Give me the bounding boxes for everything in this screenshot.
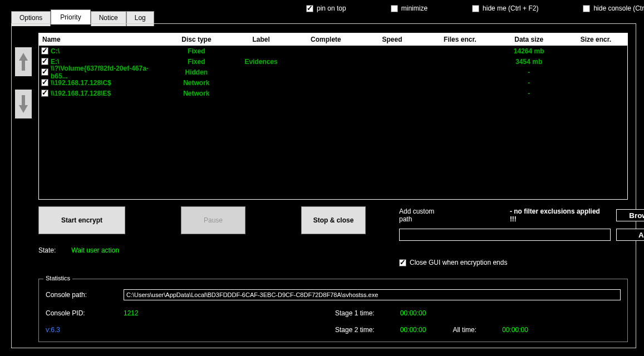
version-label: v:6.3 [46, 326, 324, 334]
hide-console-option[interactable]: hide console (Ctrl + F1) [583, 4, 644, 12]
row-checkbox[interactable] [41, 47, 48, 55]
stage1-label: Stage 1 time: [335, 309, 375, 317]
drive-name: \\192.168.17.128\C$ [51, 79, 111, 87]
close-gui-label: Close GUI when encryption ends [410, 259, 507, 266]
header-speed[interactable]: Speed [358, 36, 426, 43]
main-panel: Name Disc type Label Complete Speed File… [11, 23, 636, 348]
state-row: State: Wait user action [38, 246, 366, 254]
hide-me-checkbox[interactable] [472, 5, 479, 12]
filter-warning: - no filter exclusions applied !!! [510, 207, 603, 223]
table-header: Name Disc type Label Complete Speed File… [39, 33, 627, 46]
disc-type: Hidden [164, 68, 228, 76]
console-pid-value: 1212 [124, 309, 324, 317]
table-row[interactable]: C:\Fixed14264 mb [39, 46, 627, 56]
statistics-group: Statistics Console path: Console PID: 12… [38, 279, 628, 342]
disc-type: Fixed [164, 58, 228, 66]
data-size: - [494, 79, 564, 87]
console-path-label: Console path: [46, 291, 112, 299]
svg-marker-1 [19, 95, 28, 113]
pause-button[interactable]: Pause [181, 206, 245, 234]
hide-me-label: hide me (Ctrl + F2) [483, 4, 538, 12]
pin-label: pin on top [317, 4, 346, 12]
console-path-field[interactable] [124, 289, 621, 300]
stage2-value: 00:00:00 [400, 326, 426, 334]
header-data-size[interactable]: Data size [494, 36, 564, 43]
all-time-label: All time: [453, 326, 476, 334]
state-value: Wait user action [71, 246, 119, 254]
row-checkbox[interactable] [41, 58, 48, 65]
left-controls: Start encrypt Pause Stop & close State: … [38, 206, 366, 266]
hide-console-label: hide console (Ctrl + F1) [593, 4, 644, 12]
arrow-up-icon [18, 52, 28, 72]
row-checkbox[interactable] [41, 68, 48, 76]
row-checkbox[interactable] [41, 90, 48, 97]
stage1-value: 00:00:00 [400, 309, 426, 317]
row-checkbox[interactable] [41, 79, 48, 86]
minimize-label: minimize [401, 4, 427, 12]
header-disc-type[interactable]: Disc type [164, 36, 228, 43]
table-row[interactable]: \\?\Volume{637f82fd-20ef-467a-b65...Hidd… [39, 67, 627, 77]
arrow-down-icon [18, 94, 28, 114]
minimize-checkbox[interactable] [391, 5, 398, 12]
move-down-button[interactable] [15, 90, 32, 118]
drive-name: \\192.168.17.128\E$ [51, 90, 111, 97]
close-gui-checkbox[interactable] [399, 259, 406, 266]
state-label: State: [38, 246, 56, 254]
table-row[interactable]: \\192.168.17.128\E$Network- [39, 88, 627, 98]
data-size: - [494, 68, 564, 76]
controls-row: Start encrypt Pause Stop & close State: … [38, 206, 628, 266]
drive-label: Evidences [229, 58, 294, 66]
disc-type: Fixed [164, 47, 228, 55]
drive-name: C:\ [51, 47, 60, 55]
hide-console-checkbox[interactable] [583, 5, 590, 12]
pin-on-top-option[interactable]: pin on top [306, 4, 346, 12]
header-files-encr[interactable]: Files encr. [426, 36, 494, 43]
header-name[interactable]: Name [39, 36, 164, 43]
drive-name: \\?\Volume{637f82fd-20ef-467a-b65... [51, 65, 164, 80]
add-custom-path-label: Add custom path [399, 207, 446, 223]
data-size: 3454 mb [494, 58, 564, 66]
statistics-legend: Statistics [43, 275, 72, 281]
header-label[interactable]: Label [229, 36, 294, 43]
pin-checkbox[interactable] [306, 5, 313, 12]
table-body: C:\Fixed14264 mbE:\FixedEvidences3454 mb… [39, 46, 627, 98]
disc-type: Network [164, 79, 228, 87]
stage2-label: Stage 2 time: [335, 326, 375, 334]
right-controls: Add custom path - no filter exclusions a… [399, 206, 644, 266]
header-complete[interactable]: Complete [294, 36, 358, 43]
data-size: 14264 mb [494, 47, 564, 55]
start-encrypt-button[interactable]: Start encrypt [38, 206, 125, 234]
custom-path-input[interactable] [399, 229, 611, 241]
move-up-button[interactable] [15, 47, 32, 76]
all-time-value: 00:00:00 [502, 326, 528, 334]
svg-marker-0 [19, 53, 28, 71]
table-row[interactable]: \\192.168.17.128\C$Network- [39, 77, 627, 88]
console-pid-label: Console PID: [46, 309, 112, 317]
drives-table: Name Disc type Label Complete Speed File… [38, 33, 628, 200]
stop-close-button[interactable]: Stop & close [301, 206, 366, 234]
hide-me-option[interactable]: hide me (Ctrl + F2) [472, 4, 538, 12]
add-button[interactable]: Add [616, 229, 644, 241]
browse-button[interactable]: Browse... [616, 209, 644, 221]
minimize-option[interactable]: minimize [391, 4, 427, 12]
priority-arrows [15, 47, 32, 118]
data-size: - [494, 90, 564, 97]
tab-priority[interactable]: Priority [51, 9, 90, 24]
disc-type: Network [164, 90, 228, 97]
header-size-encr[interactable]: Size encr. [564, 36, 627, 43]
